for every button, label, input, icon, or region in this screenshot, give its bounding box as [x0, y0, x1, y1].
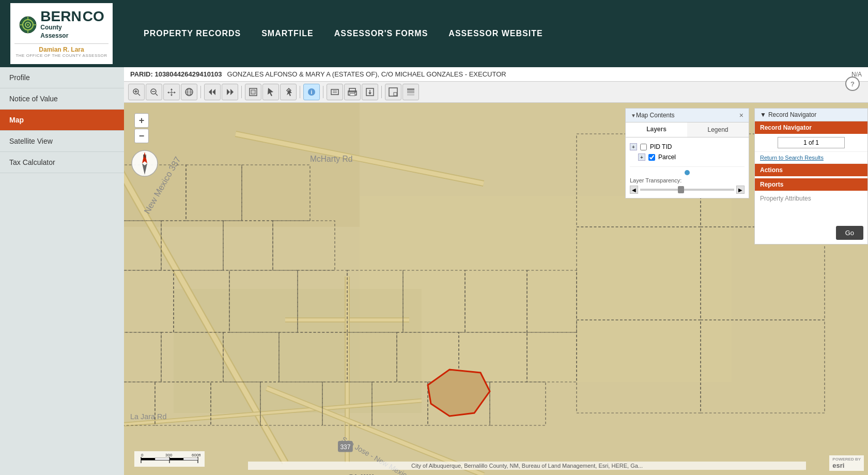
svg-marker-23 — [227, 89, 230, 95]
svg-rect-43 — [407, 91, 414, 93]
pid-tid-label: PID TID — [650, 143, 672, 150]
toolbar-export[interactable] — [362, 84, 378, 100]
sidebar-item-map[interactable]: Map — [0, 110, 124, 131]
map-contents-tabs: Layers Legend — [626, 122, 749, 137]
toolbar-layers-sw[interactable] — [402, 84, 419, 100]
svg-text:La Jara Rd: La Jara Rd — [130, 412, 166, 421]
layer-row-parcel: + Parcel — [630, 152, 745, 162]
svg-rect-44 — [407, 94, 414, 96]
nav-smartfile[interactable]: SMARTFILE — [261, 29, 314, 38]
toolbar-sep2 — [241, 86, 242, 98]
sidebar-item-satellite-view[interactable]: Satellite View — [0, 131, 124, 152]
toolbar-select2[interactable] — [280, 84, 297, 100]
record-nav-input-row — [755, 134, 867, 152]
toolbar-print[interactable] — [344, 84, 361, 100]
svg-rect-41 — [394, 93, 397, 96]
record-navigator-panel: ▼ Record Navigator Record Navigator Retu… — [754, 108, 868, 244]
map-contents-body: + PID TID + Parcel Layer Transparency: — [626, 137, 749, 198]
actions-bar[interactable]: Actions — [755, 164, 867, 176]
property-info-bar: PARID: 103804426429410103 GONZALES ALFON… — [124, 67, 868, 82]
svg-text:Chilili: Chilili — [347, 472, 374, 475]
svg-marker-21 — [212, 89, 215, 95]
sidebar-item-notice-of-value[interactable]: Notice of Value — [0, 88, 124, 110]
svg-text:McHarty Rd: McHarty Rd — [310, 155, 352, 163]
nav-assessors-forms[interactable]: ASSESSOR'S FORMS — [334, 29, 428, 38]
scale-bar: 0 300 600ft — [134, 451, 205, 467]
svg-rect-103 — [155, 458, 169, 460]
map-area[interactable]: New Mexico 337 McHarty Rd La Jara Rd San… — [124, 103, 868, 475]
toolbar-pan[interactable] — [163, 84, 180, 100]
pid-tid-expand[interactable]: + — [630, 143, 637, 150]
map-contents-panel: ▼ Map Contents × Layers Legend + PID TID — [625, 108, 749, 198]
toolbar-info[interactable]: i — [303, 84, 320, 100]
toolbar-overview[interactable] — [385, 84, 401, 100]
main-nav: PROPERTY RECORDS SMARTFILE ASSESSOR'S FO… — [144, 29, 543, 38]
svg-text:i: i — [311, 89, 313, 95]
toolbar-zoom-out[interactable] — [146, 84, 162, 100]
esri-powered: POWERED BY — [832, 457, 861, 462]
sidebar-item-profile[interactable]: Profile — [0, 67, 124, 88]
parcel-label: Parcel — [658, 154, 676, 161]
content-area: PARID: 103804426429410103 GONZALES ALFON… — [124, 67, 868, 475]
slider-right-arrow[interactable]: ▶ — [736, 186, 745, 194]
esri-brand: esri — [832, 462, 844, 469]
svg-point-3 — [27, 24, 29, 26]
tab-layers[interactable]: Layers — [626, 122, 687, 137]
toolbar-globe[interactable] — [181, 84, 197, 100]
toolbar-zoom-in[interactable] — [128, 84, 145, 100]
transparency-slider-row: ◀ ▶ — [630, 186, 745, 194]
go-button[interactable]: Go — [836, 226, 863, 240]
header: BERN CO County Assessor Damian R. Lara T… — [0, 0, 868, 67]
nav-property-records[interactable]: PROPERTY RECORDS — [144, 29, 241, 38]
zoom-out-button[interactable]: − — [134, 129, 149, 143]
transparency-label: Layer Transparency: — [630, 177, 745, 183]
pid-tid-checkbox[interactable] — [640, 144, 647, 150]
toolbar-layout[interactable] — [327, 84, 343, 100]
svg-rect-104 — [169, 458, 183, 460]
record-nav-header-title: Record Navigator — [768, 111, 816, 118]
svg-rect-42 — [407, 88, 414, 90]
toolbar-sep1 — [200, 86, 201, 98]
sidebar-item-tax-calculator[interactable]: Tax Calculator — [0, 152, 124, 173]
transparency-slider[interactable] — [640, 189, 734, 191]
map-contents-expand: ▼ — [631, 113, 636, 118]
record-nav-title-bar: Record Navigator — [755, 121, 867, 134]
parcel-checkbox[interactable] — [648, 154, 655, 161]
logo-icon — [19, 16, 37, 34]
map-contents-header: ▼ Map Contents × — [626, 109, 749, 122]
toolbar-sep5 — [381, 86, 382, 98]
logo-assessor: Assessor — [40, 32, 104, 40]
tab-legend[interactable]: Legend — [687, 122, 749, 137]
record-nav-input[interactable] — [778, 137, 845, 148]
logo-county: County — [40, 24, 104, 32]
property-attributes: Property Attributes — [755, 191, 867, 222]
toolbar-select[interactable] — [262, 84, 279, 100]
return-to-search[interactable]: Return to Search Results — [755, 152, 867, 164]
svg-text:600ft: 600ft — [192, 453, 200, 457]
reports-bar[interactable]: Reports — [755, 178, 867, 191]
svg-marker-20 — [209, 89, 212, 95]
logo-office: THE OFFICE OF THE COUNTY ASSESSOR — [14, 53, 109, 58]
nav-assessor-website[interactable]: ASSESSOR WEBSITE — [448, 29, 542, 38]
record-nav-expand-icon: ▼ — [760, 111, 766, 118]
svg-rect-33 — [349, 88, 355, 92]
toolbar-prev-extent[interactable] — [204, 84, 221, 100]
toolbar-full-extent[interactable] — [245, 84, 261, 100]
zoom-in-button[interactable]: + — [134, 113, 149, 128]
toolbar-next-extent[interactable] — [222, 84, 238, 100]
esri-logo: POWERED BY esri — [829, 455, 864, 471]
svg-rect-35 — [350, 94, 355, 96]
map-toolbar: i — [124, 82, 868, 103]
slider-left-arrow[interactable]: ◀ — [630, 186, 638, 194]
map-contents-close[interactable]: × — [739, 111, 743, 119]
help-button[interactable]: ? — [845, 76, 860, 91]
svg-text:0: 0 — [141, 453, 144, 457]
svg-rect-25 — [251, 90, 255, 94]
svg-point-36 — [354, 92, 355, 93]
svg-text:300: 300 — [165, 453, 173, 457]
logo-box: BERN CO County Assessor Damian R. Lara T… — [10, 3, 113, 64]
layer-row-pid-tid: + PID TID — [630, 142, 745, 152]
parcel-expand[interactable]: + — [638, 154, 645, 161]
owner-name: GONZALES ALFONSO & MARY A (ESTATES OF), … — [227, 70, 506, 78]
sidebar: Profile Notice of Value Map Satellite Vi… — [0, 67, 124, 475]
